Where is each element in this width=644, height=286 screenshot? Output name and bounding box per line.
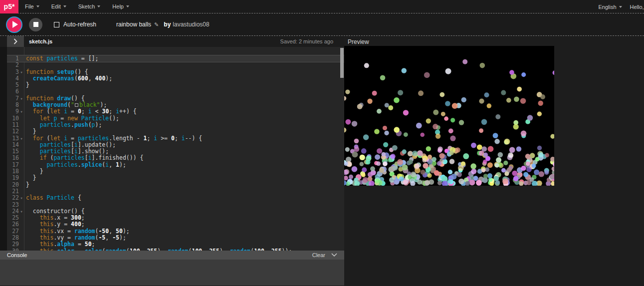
gutter-cell: 28 (7, 235, 24, 241)
auto-refresh-checkbox[interactable] (54, 22, 59, 27)
gutter-cell: 29 (7, 241, 24, 248)
menu-help[interactable]: Help (112, 3, 129, 9)
author-name[interactable]: lavastudios08 (173, 21, 209, 28)
fold-arrow-icon[interactable]: ▼ (19, 95, 24, 102)
language-label: English (598, 4, 616, 10)
user-greeting[interactable]: Hello, lavastudios08 (630, 4, 644, 10)
fold-arrow-icon[interactable]: ▼ (19, 108, 24, 115)
edit-pencil-icon[interactable]: ✎ (154, 21, 159, 28)
gutter-cell: 19 (7, 175, 24, 181)
preview-panel: Preview (344, 36, 644, 286)
code-line-15[interactable]: 15 particles[i].show(); (7, 148, 344, 155)
code-line-19[interactable]: 19 } (7, 175, 344, 181)
toolbar: Auto-refresh rainbow balls ✎ by lavastud… (0, 13, 644, 36)
code-line-11[interactable]: 11 particles.push(p); (7, 122, 344, 128)
code-text: createCanvas(600, 400); (24, 75, 112, 82)
code-editor[interactable]: 1const particles = [];23▼function setup(… (0, 47, 344, 251)
line-number: 5 (7, 82, 19, 88)
code-text: } (24, 128, 36, 135)
code-line-20[interactable]: 20} (7, 182, 344, 188)
line-number: 28 (7, 235, 19, 241)
sidebar-expand-button[interactable] (7, 36, 24, 47)
code-line-1[interactable]: 1const particles = []; (7, 55, 344, 62)
sketch-canvas[interactable] (344, 46, 554, 186)
gutter-cell: 3▼ (7, 69, 24, 75)
code-line-8[interactable]: 8 background("black"); (7, 102, 344, 108)
code-text: constructor() { (24, 208, 85, 215)
code-line-26[interactable]: 26 this.y = 400; (7, 221, 344, 228)
gutter-cell: 5 (7, 82, 24, 88)
fold-arrow-icon[interactable]: ▼ (19, 208, 24, 215)
code-text: } (24, 81, 29, 88)
code-line-27[interactable]: 27 this.vx = random(-50, 50); (7, 228, 344, 235)
sketch-title: rainbow balls (116, 21, 151, 28)
saved-status: Saved: 2 minutes ago (280, 38, 344, 44)
editor-scrollbar[interactable] (340, 48, 344, 78)
menu-label: Sketch (78, 3, 95, 9)
stop-button[interactable] (29, 18, 42, 31)
code-text: let p = new Particle(); (24, 115, 119, 122)
code-line-30[interactable]: 30 this.color = color(random(100, 255), … (7, 248, 344, 251)
code-text: const particles = []; (24, 55, 98, 62)
fold-arrow-icon[interactable]: ▼ (19, 195, 24, 201)
preview-label: Preview (344, 36, 644, 46)
code-line-6[interactable]: 6 (7, 88, 344, 95)
color-swatch[interactable] (75, 103, 78, 107)
line-number: 15 (7, 148, 19, 155)
code-line-12[interactable]: 12 } (7, 128, 344, 135)
line-number: 1 (7, 55, 19, 62)
code-line-9[interactable]: 9▼ for (let i = 0; i < 30; i++) { (7, 108, 344, 115)
language-dropdown[interactable]: English (598, 4, 622, 10)
play-button[interactable] (6, 16, 22, 33)
code-line-5[interactable]: 5} (7, 82, 344, 88)
code-line-4[interactable]: 4 createCanvas(600, 400); (7, 75, 344, 82)
gutter-cell: 17 (7, 162, 24, 168)
gutter-cell: 20 (7, 182, 24, 188)
line-number: 9 (7, 108, 19, 115)
menu-file[interactable]: File (25, 3, 39, 9)
menu-edit[interactable]: Edit (51, 3, 66, 9)
top-nav: p5* FileEditSketchHelp English Hello, la… (0, 0, 644, 13)
chevron-down-icon (126, 5, 129, 7)
code-line-18[interactable]: 18 } (7, 168, 344, 175)
code-line-21[interactable]: 21 (7, 188, 344, 195)
line-number: 23 (7, 202, 19, 208)
fold-arrow-icon[interactable]: ▼ (19, 69, 24, 75)
code-line-24[interactable]: 24▼ constructor() { (7, 208, 344, 215)
p5-logo[interactable]: p5* (0, 0, 18, 13)
code-text (24, 61, 26, 68)
code-text: } (24, 168, 43, 175)
console-clear-button[interactable]: Clear (312, 252, 325, 258)
code-line-22[interactable]: 22▼class Particle { (7, 195, 344, 201)
fold-arrow-icon[interactable]: ▼ (19, 135, 24, 142)
line-number: 20 (7, 182, 19, 188)
code-line-7[interactable]: 7▼function draw() { (7, 95, 344, 102)
line-number: 6 (7, 88, 19, 95)
gutter-cell: 7▼ (7, 95, 24, 102)
code-line-13[interactable]: 13▼ for (let i = particles.length - 1; i… (7, 135, 344, 142)
code-line-17[interactable]: 17 particles.splice(i, 1); (7, 162, 344, 168)
code-text: if (particles[i].finished()) { (24, 154, 143, 161)
code-line-16[interactable]: 16 if (particles[i].finished()) { (7, 155, 344, 161)
code-text: this.vx = random(-50, 50); (24, 228, 130, 235)
code-line-29[interactable]: 29 this.alpha = 50; (7, 241, 344, 248)
tab-sketch-js[interactable]: sketch.js (29, 38, 52, 44)
line-number: 13 (7, 135, 19, 142)
code-line-2[interactable]: 2 (7, 62, 344, 68)
code-line-28[interactable]: 28 this.vy = random(-5, -5); (7, 235, 344, 241)
code-line-23[interactable]: 23 (7, 202, 344, 208)
code-text: this.color = color(random(100, 255), ran… (24, 248, 292, 251)
menu-sketch[interactable]: Sketch (78, 3, 101, 9)
code-line-10[interactable]: 10 let p = new Particle(); (7, 115, 344, 122)
code-line-14[interactable]: 14 particles[i].update(); (7, 142, 344, 148)
code-lines[interactable]: 1const particles = [];23▼function setup(… (7, 47, 344, 251)
by-label: by (164, 21, 171, 28)
console-collapse-chevron-icon[interactable] (331, 253, 337, 257)
chevron-down-icon (63, 5, 66, 7)
gutter-cell: 14 (7, 142, 24, 148)
code-line-3[interactable]: 3▼function setup() { (7, 69, 344, 75)
code-text (24, 188, 26, 195)
code-line-25[interactable]: 25 this.x = 300; (7, 215, 344, 221)
console-header: Console Clear (0, 251, 344, 260)
gutter-cell: 30 (7, 248, 24, 251)
